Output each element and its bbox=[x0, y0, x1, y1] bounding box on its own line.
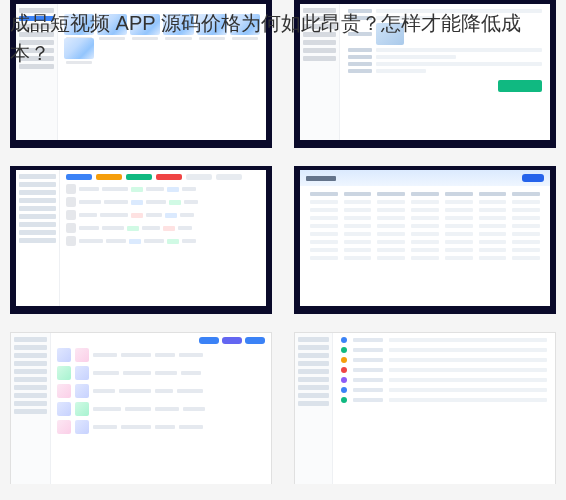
mini-sidebar bbox=[16, 170, 60, 306]
mini-sidebar bbox=[295, 333, 333, 484]
screenshot-card-statuslist[interactable] bbox=[294, 332, 556, 484]
mini-content bbox=[333, 333, 555, 484]
screenshot-card-medialist[interactable] bbox=[10, 332, 272, 484]
mini-content bbox=[300, 170, 550, 306]
mini-sidebar bbox=[11, 333, 51, 484]
page-title: 成品短视频 APP 源码价格为何如此昂贵？怎样才能降低成本？ bbox=[0, 0, 566, 82]
screenshot-card-widetable[interactable] bbox=[294, 166, 556, 314]
header-button bbox=[522, 174, 544, 182]
mini-content bbox=[60, 170, 266, 306]
mini-content bbox=[51, 333, 271, 484]
screenshot-card-tagtable[interactable] bbox=[10, 166, 272, 314]
